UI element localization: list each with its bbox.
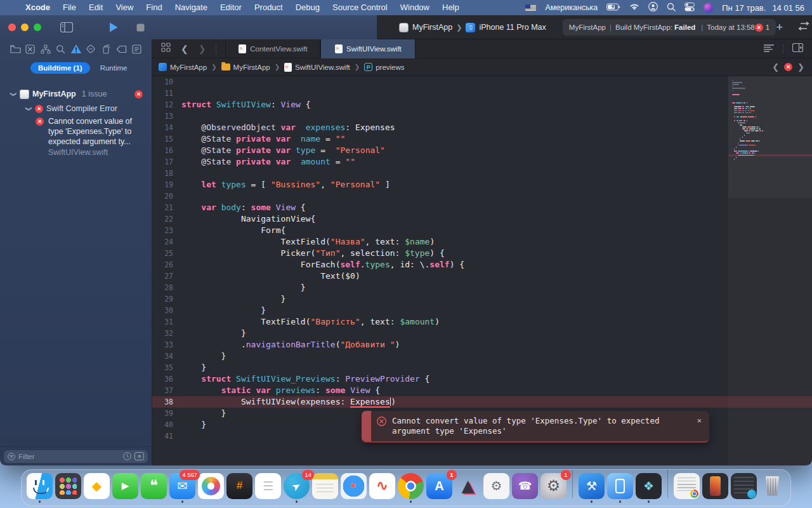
scheme-chooser[interactable]: MyFirstApp ❯ ▯ iPhone 11 Pro Max [399,23,546,32]
dock-calculator-icon[interactable]: # [225,473,254,503]
dock-chrome-icon[interactable] [396,473,425,503]
zoom-window-button[interactable] [34,23,41,31]
dock-trash-icon[interactable] [758,473,787,503]
issue-project-row[interactable]: ❯ MyFirstApp 1 issue ✕ [0,88,152,100]
search-icon[interactable] [667,3,676,13]
dock-system-preferences-icon[interactable]: ⚙1 [539,473,568,503]
dock-simulator-icon[interactable] [606,473,634,503]
disclosure-chevron-icon[interactable]: ❯ [10,91,17,97]
user-icon[interactable] [648,2,658,13]
scheme-target[interactable]: MyFirstApp [412,23,452,32]
breadcrumb-myfirstapp[interactable]: MyFirstApp [159,63,207,71]
debug-navigator-icon[interactable] [100,42,112,56]
dock-finder-icon[interactable] [25,473,54,503]
report-navigator-icon[interactable] [130,42,143,56]
menu-item-debug[interactable]: Debug [289,3,326,12]
error-count[interactable]: 1 [766,23,769,31]
filter-error-icon[interactable]: ⊗ [134,452,144,460]
issue-detail-row[interactable]: ✕ Cannot convert value of type 'Expenses… [36,116,147,157]
dock-safari-icon[interactable]: ✦ [339,473,368,503]
control-center-icon[interactable] [684,3,695,13]
menu-item-product[interactable]: Product [248,3,289,12]
close-window-button[interactable] [8,23,16,31]
disclosure-chevron-icon[interactable]: ❯ [25,105,32,112]
dock-telegram-icon[interactable]: ➤14 [282,473,311,503]
test-navigator-icon[interactable] [84,42,97,56]
wifi-icon[interactable] [629,3,639,13]
dock-swift-playgrounds-icon[interactable]: ∿ [368,473,396,503]
menu-item-edit[interactable]: Edit [82,3,109,12]
inline-error-popup[interactable]: Cannot convert value of type 'Expenses.T… [362,411,709,443]
dock-notes-icon[interactable] [311,473,339,503]
issue-group-row[interactable]: ❯ ✕ Swift Compiler Error [0,102,152,115]
menu-clock-date[interactable]: Пн 17 трав. [722,3,766,13]
breadcrumb-swiftuiview-swift[interactable]: SwiftUIView.swift [284,63,350,72]
breadcrumb-previews[interactable]: Ppreviews [364,63,404,71]
menu-item-xcode[interactable]: Xcode [19,0,56,15]
tab-swiftuiview.swift[interactable]: SwiftUIView.swift [320,39,416,58]
menu-item-navigate[interactable]: Navigate [169,3,214,12]
menu-item-help[interactable]: Help [436,3,466,12]
dock-measure-app-icon[interactable]: ⚙ [482,473,511,503]
jumpbar-error-badge-icon[interactable]: ✕ [784,63,792,71]
dock-game-app-icon[interactable]: ❖ [634,473,663,503]
navigator-toggle-icon[interactable] [60,22,73,32]
dock-minimized-simulator-window-icon[interactable] [701,473,730,503]
forward-chevron-icon[interactable]: ❯ [199,44,206,54]
dock-mail-icon[interactable]: ✉4 567 [168,473,197,503]
code-line-27: 27 Text($0) [152,271,812,282]
source-code-editor[interactable]: 101112struct SwiftUIView: View {1314 @Ob… [152,76,812,465]
dock-messages-icon[interactable]: ❝ [140,473,168,503]
breadcrumb-myfirstapp[interactable]: MyFirstApp [221,64,270,71]
related-items-icon[interactable] [161,43,171,55]
menu-item-source-control[interactable]: Source Control [326,3,394,12]
menu-item-file[interactable]: File [56,3,82,12]
menu-item-editor[interactable]: Editor [214,3,248,12]
menu-item-window[interactable]: Window [394,3,436,12]
menu-item-view[interactable]: View [109,3,140,12]
stop-button[interactable] [136,23,145,32]
project-navigator-icon[interactable] [9,42,22,56]
issue-navigator-icon[interactable] [70,42,82,56]
dock-app-store-icon[interactable]: A1 [425,473,454,503]
symbol-navigator-icon[interactable] [39,42,52,56]
error-badge-icon[interactable]: ✕ [755,23,763,32]
activity-status[interactable]: MyFirstApp | Build MyFirstApp: Failed | … [563,19,776,36]
add-editor-icon[interactable] [792,43,803,55]
source-control-navigator-icon[interactable] [24,42,37,56]
dock-facetime-icon[interactable]: ▶ [111,473,140,503]
editor-swap-icon[interactable] [797,22,811,33]
recent-clock-icon[interactable] [123,452,131,460]
dock-pyramid-app-icon[interactable]: ▲ [454,473,482,503]
buildtime-tab[interactable]: Buildtime (1) [30,62,90,74]
dock-reminders-icon[interactable]: ☰ [254,473,282,503]
dock-minimized-browser-window-icon[interactable] [672,473,701,503]
dock-sketch-icon[interactable]: ◆ [82,473,111,503]
dock-photos-icon[interactable] [197,473,225,503]
dock-xcode-icon[interactable]: ⚒ [577,473,606,503]
next-issue-icon[interactable]: ❯ [797,62,804,72]
scheme-device[interactable]: iPhone 11 Pro Max [479,23,546,32]
input-source-flag-icon[interactable] [525,4,536,11]
library-plus-icon[interactable]: + [776,20,783,34]
minimize-window-button[interactable] [21,23,29,31]
run-button[interactable] [108,22,119,33]
find-navigator-icon[interactable] [55,42,67,56]
runtime-tab[interactable]: Runtime [96,62,131,74]
assistant-icon[interactable] [704,3,713,13]
minimap[interactable] [728,76,812,465]
code-line-12: 12struct SwiftUIView: View { [152,99,812,110]
minimap-options-icon[interactable] [764,43,774,55]
menu-item-find[interactable]: Find [140,3,168,12]
filter-input[interactable]: Filter ⊗ [4,450,148,463]
breakpoint-navigator-icon[interactable] [115,42,128,56]
tab-contentview.swift[interactable]: ContentView.swift [225,39,320,58]
previous-issue-icon[interactable]: ❮ [772,62,779,72]
input-source-label[interactable]: Американська [545,3,598,12]
dock-minimized-chat-window-icon[interactable] [730,473,758,503]
back-chevron-icon[interactable]: ❮ [181,44,188,54]
dock-viber-icon[interactable]: ☎ [511,473,539,503]
battery-icon[interactable] [606,3,620,13]
dock-launchpad-icon[interactable] [54,473,82,503]
error-popup-close-icon[interactable]: ✕ [697,411,709,441]
